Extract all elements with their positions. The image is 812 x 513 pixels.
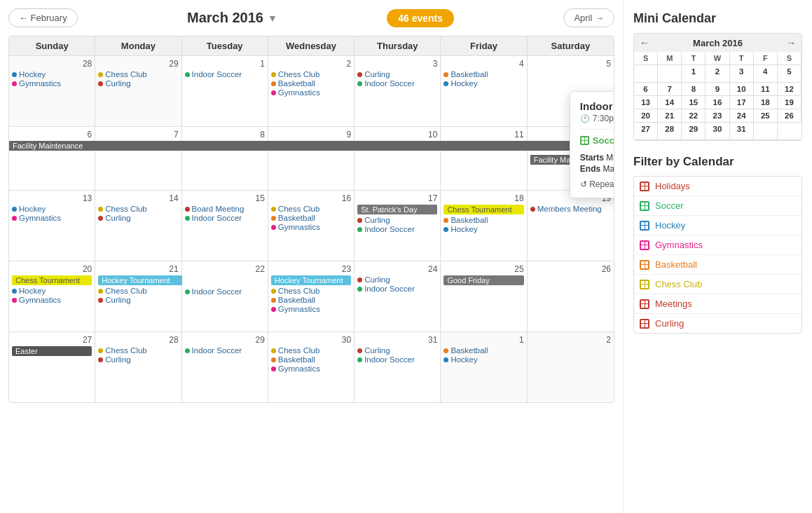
list-item[interactable]: Curling	[98, 355, 178, 364]
list-item[interactable]: Basketball	[443, 70, 523, 78]
mini-cell[interactable]: 18	[754, 96, 778, 109]
filter-basketball[interactable]: Basketball	[634, 255, 801, 275]
mini-cell[interactable]: 20	[634, 109, 658, 123]
list-item[interactable]: Curling	[98, 214, 178, 222]
mini-cell[interactable]: 24	[730, 109, 754, 123]
st-patricks-day-bar[interactable]: St. Patrick's Day	[357, 205, 437, 214]
mini-cell[interactable]: 6	[634, 83, 658, 96]
list-item[interactable]: Gymnastics	[271, 88, 351, 97]
mini-cell[interactable]: 5	[778, 65, 801, 83]
list-item[interactable]: Chess Club	[98, 287, 178, 295]
mini-cal-prev[interactable]: ←	[640, 37, 649, 48]
list-item[interactable]: Hockey	[443, 79, 523, 88]
list-item[interactable]: Gymnastics	[12, 214, 92, 222]
mini-cell[interactable]: 13	[634, 96, 658, 109]
list-item[interactable]: Chess Club	[98, 205, 178, 213]
mini-cell[interactable]: 2	[706, 65, 729, 83]
list-item[interactable]: Chess Club	[271, 287, 351, 295]
mini-cell[interactable]: 11	[754, 83, 778, 96]
mini-cell[interactable]: 27	[634, 123, 658, 140]
mini-cell[interactable]: 1	[682, 65, 706, 83]
mini-cell[interactable]: 16	[706, 96, 729, 109]
list-item[interactable]: Basketball	[443, 346, 523, 355]
list-item[interactable]: Curling	[357, 216, 437, 224]
mini-cell[interactable]: 8	[682, 83, 706, 96]
mini-cell[interactable]: ·	[754, 123, 778, 140]
mini-cell[interactable]: 26	[778, 109, 801, 123]
hockey-tournament-bar-23[interactable]: Hockey Tournament	[271, 275, 351, 285]
mini-cell[interactable]: 14	[658, 96, 682, 109]
list-item[interactable]: Basketball	[271, 79, 351, 88]
mini-cell[interactable]: 29	[682, 123, 706, 140]
list-item[interactable]: Hockey	[12, 70, 92, 78]
chess-tournament-bar[interactable]: Chess Tournament	[443, 205, 523, 214]
mini-cell[interactable]: ·	[634, 65, 658, 83]
mini-cell[interactable]: 22	[682, 109, 706, 123]
list-item[interactable]: Basketball	[443, 216, 523, 224]
list-item[interactable]: Gymnastics	[12, 296, 92, 304]
mini-cell[interactable]: 17	[730, 96, 754, 109]
mini-cell[interactable]: ·	[658, 65, 682, 83]
mini-cell[interactable]: 9	[706, 83, 729, 96]
list-item[interactable]: Indoor Soccer	[357, 355, 437, 364]
mini-cell[interactable]: 30	[706, 123, 729, 140]
list-item[interactable]: Gymnastics	[12, 79, 92, 88]
list-item[interactable]: Hockey	[12, 287, 92, 295]
filter-meetings[interactable]: Meetings	[634, 294, 801, 314]
mini-cell[interactable]: 12	[778, 83, 801, 96]
list-item[interactable]: Indoor Soccer	[357, 285, 437, 293]
mini-cal-next[interactable]: →	[786, 37, 796, 48]
list-item[interactable]: Basketball	[271, 296, 351, 304]
mini-cell[interactable]: 10	[730, 83, 754, 96]
list-item[interactable]: Hockey	[12, 205, 92, 213]
filter-holidays[interactable]: Holidays	[634, 177, 801, 196]
list-item[interactable]: Gymnastics	[271, 364, 351, 373]
list-item[interactable]: Curling	[357, 275, 437, 284]
mini-cell[interactable]: 7	[658, 83, 682, 96]
mini-cell[interactable]: 28	[658, 123, 682, 140]
list-item[interactable]: Curling	[98, 296, 178, 304]
list-item[interactable]: Indoor Soccer	[357, 79, 437, 88]
filter-chess-club[interactable]: Chess Club	[634, 275, 801, 294]
mini-cell[interactable]: 21	[658, 109, 682, 123]
list-item[interactable]: Chess Club	[98, 70, 178, 78]
next-month-button[interactable]: April →	[563, 8, 614, 27]
list-item[interactable]: Gymnastics	[271, 305, 351, 313]
list-item[interactable]: Indoor Soccer	[185, 70, 265, 78]
list-item[interactable]: Chess Club	[271, 70, 351, 78]
list-item[interactable]: Indoor Soccer	[185, 346, 265, 355]
filter-gymnastics[interactable]: Gymnastics	[634, 235, 801, 255]
mini-cell[interactable]: 19	[778, 96, 801, 109]
filter-curling[interactable]: Curling	[634, 314, 801, 333]
list-item[interactable]: Members Meeting	[530, 205, 611, 213]
list-item[interactable]: Chess Club	[271, 205, 351, 213]
good-friday-bar[interactable]: Good Friday	[443, 275, 523, 285]
list-item[interactable]: Basketball	[271, 214, 351, 222]
mini-cell[interactable]: 23	[706, 109, 729, 123]
dropdown-arrow-icon[interactable]: ▼	[268, 13, 277, 24]
list-item[interactable]: Gymnastics	[271, 223, 351, 231]
list-item[interactable]: Curling	[98, 79, 178, 88]
list-item[interactable]: Board Meeting	[185, 205, 265, 213]
list-item[interactable]: Chess Club	[271, 346, 351, 355]
mini-cell[interactable]: ·	[778, 123, 801, 140]
prev-month-button[interactable]: ← February	[8, 8, 78, 27]
list-item[interactable]: Indoor Soccer	[185, 214, 265, 222]
chess-tournament-bar[interactable]: Chess Tournament	[12, 275, 92, 285]
list-item[interactable]: Curling	[357, 70, 437, 78]
mini-cell[interactable]: 31	[730, 123, 754, 140]
filter-soccer[interactable]: Soccer	[634, 196, 801, 216]
mini-cell[interactable]: 4	[754, 65, 778, 83]
filter-hockey[interactable]: Hockey	[634, 216, 801, 235]
mini-cell[interactable]: 15	[682, 96, 706, 109]
list-item[interactable]: Indoor Soccer	[185, 287, 265, 296]
list-item[interactable]: Hockey	[443, 225, 523, 233]
list-item[interactable]: Indoor Soccer	[357, 225, 437, 233]
mini-cell[interactable]: 25	[754, 109, 778, 123]
list-item[interactable]: Basketball	[271, 355, 351, 364]
list-item[interactable]: Hockey	[443, 355, 523, 364]
mini-cell[interactable]: 3	[730, 65, 754, 83]
easter-bar[interactable]: Easter	[12, 346, 92, 356]
list-item[interactable]: Curling	[357, 346, 437, 355]
list-item[interactable]: Chess Club	[98, 346, 178, 355]
